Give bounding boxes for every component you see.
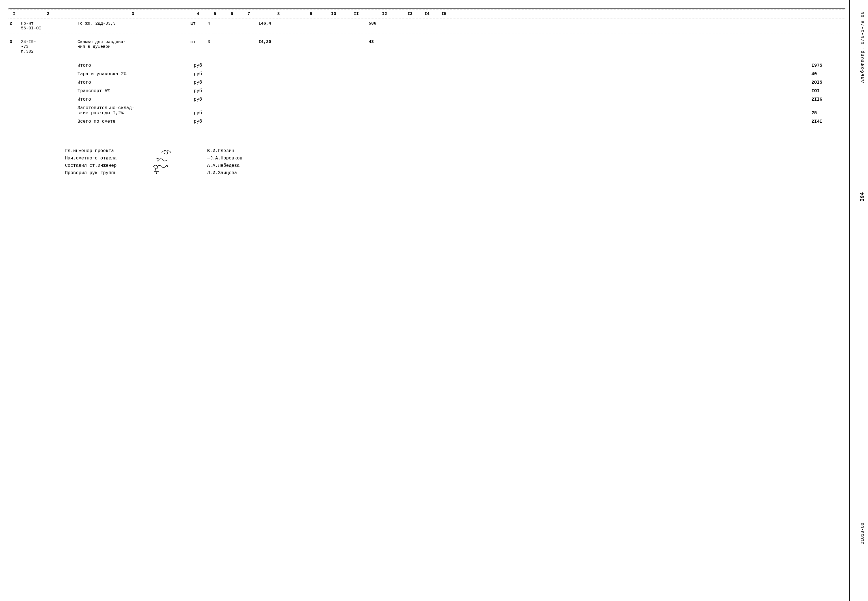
row3-desc: Скамья для раздева- ния в душевой [76, 40, 189, 49]
summary-unit-0: руб [189, 63, 206, 68]
sig-name-0: В.И.Глезин [207, 148, 242, 154]
summary-value-4: 2II6 [812, 97, 845, 102]
header-col14: I4 [418, 12, 435, 17]
sig-role-2: Составил ст.инженер [65, 163, 116, 168]
row3-total: 43 [368, 40, 401, 44]
row2-unit: шт [189, 21, 206, 26]
summary-row-2: Итого руб 2OI5 [76, 78, 845, 87]
sig-name-1: —Ю.А.Норовков [207, 156, 242, 161]
summary-label-3: Транспорт 5% [76, 88, 189, 93]
header-col11: II [345, 12, 368, 17]
header-col13: I3 [401, 12, 418, 17]
signature-names: В.И.Глезин —Ю.А.Норовков А.А.Лебедева Л.… [207, 148, 242, 184]
right-label-i94: I94 [859, 192, 865, 201]
summary-label-4: Итого [76, 97, 189, 102]
summary-unit-3: руб [189, 88, 206, 93]
sig-role-1: Нач.сметного отдела [65, 156, 116, 161]
sig-role-3: Проверил рук.группн [65, 171, 116, 175]
sig-name-2: А.А.Лебедева [207, 163, 242, 168]
header-col5: 5 [206, 12, 223, 17]
row3-unit: шт [189, 40, 206, 44]
summary-unit-2: руб [189, 80, 206, 85]
summary-label-0: Итого [76, 63, 189, 68]
summary-value-2: 2OI5 [812, 80, 845, 85]
summary-unit-1: руб [189, 72, 206, 76]
header-col1: I [9, 12, 20, 17]
signature-roles: Гл.инженер проекта Нач.сметного отдела С… [65, 148, 116, 184]
top-border-solid [9, 9, 845, 9]
summary-value-5: 25 [812, 105, 845, 116]
row2-price: I46,4 [257, 21, 300, 26]
row2-code: Пр-нт 56-OI-OI [20, 21, 76, 31]
summary-row-4: Итого руб 2II6 [76, 95, 845, 104]
data-row-3: 3 24-I9- -73 п.302 Скамья для раздева- н… [9, 34, 845, 57]
header-col12: I2 [368, 12, 401, 17]
header-col6: 6 [223, 12, 240, 17]
header-col10: IO [322, 12, 345, 17]
right-border-line [849, 0, 850, 601]
summary-unit-5: руб [189, 105, 206, 116]
row3-num: 3 [9, 40, 20, 44]
summary-unit-6: руб [189, 119, 206, 124]
summary-value-1: 40 [812, 72, 845, 76]
row2-qty: 4 [206, 21, 223, 26]
data-row-2: 2 Пр-нт 56-OI-OI То же, 2ДД-33,3 шт 4 I4… [9, 18, 845, 34]
header-col8: 8 [257, 12, 300, 17]
summary-row-6: Всего по смете руб 2I4I [76, 117, 845, 126]
sig-role-0: Гл.инженер проекта [65, 148, 116, 154]
signature-section: Гл.инженер проекта Нач.сметного отдела С… [9, 148, 845, 184]
signature-handwriting-area [145, 148, 187, 184]
summary-row-1: Тара и упаковка 2% руб 40 [76, 70, 845, 78]
row3-qty: 3 [206, 40, 223, 44]
row2-desc: То же, 2ДД-33,3 [76, 21, 189, 26]
header-col4: 4 [189, 12, 206, 17]
header-col15: I5 [435, 12, 452, 17]
row2-num: 2 [9, 21, 20, 26]
summary-row-3: Транспорт 5% руб IOI [76, 87, 845, 95]
sig-name-3: Л.И.Зайцева [207, 171, 242, 175]
header-col2: 2 [20, 12, 76, 17]
right-label-album: Альбом 8 [860, 56, 865, 83]
row3-code: 24-I9- -73 п.302 [20, 40, 76, 54]
summary-row-5: Заготовительно-склад- ские расходы I,2% … [76, 104, 845, 117]
header-col7: 7 [240, 12, 257, 17]
summary-value-6: 2I4I [812, 119, 845, 124]
header-col3: 3 [76, 12, 189, 17]
row3-price: I4,20 [257, 40, 300, 44]
row2-total: 586 [368, 21, 401, 26]
summary-section: Итого руб I975 Тара и упаковка 2% руб 40… [9, 61, 845, 126]
summary-label-2: Итого [76, 80, 189, 85]
right-label-bottom: 21013-08 [860, 523, 865, 545]
summary-unit-4: руб [189, 97, 206, 102]
summary-value-3: IOI [812, 88, 845, 93]
summary-label-5: Заготовительно-склад- ские расходы I,2% [76, 105, 189, 116]
summary-value-0: I975 [812, 63, 845, 68]
handwriting-svg [145, 148, 187, 182]
header-col9: 9 [300, 12, 322, 17]
summary-label-6: Всего по смете [76, 119, 189, 124]
summary-label-1: Тара и упаковка 2% [76, 72, 189, 76]
header-row: I 2 3 4 5 6 7 8 9 IO II I2 I3 I4 I5 [9, 10, 845, 18]
summary-row-0: Итого руб I975 [76, 61, 845, 70]
